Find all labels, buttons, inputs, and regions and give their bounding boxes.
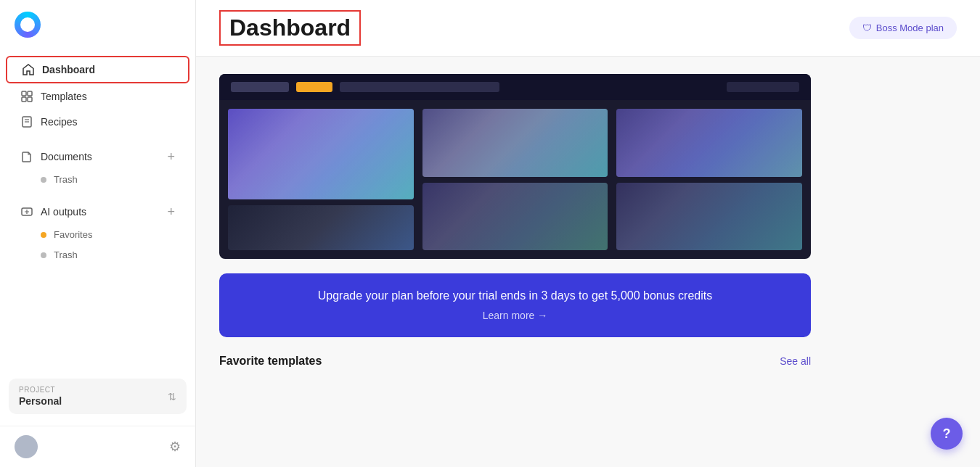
- sidebar-item-recipes-label: Recipes: [41, 116, 78, 128]
- sidebar: Dashboard Templates: [0, 0, 196, 467]
- sidebar-item-ai-outputs-label: AI outputs: [41, 206, 86, 218]
- preview-item-3: [340, 82, 499, 92]
- svg-rect-0: [22, 91, 26, 96]
- favorites-dot-icon: [41, 232, 46, 238]
- preview-card-3: [422, 109, 608, 177]
- book-icon: [20, 115, 33, 128]
- sidebar-item-recipes[interactable]: Recipes: [6, 109, 189, 134]
- help-label: ?: [943, 426, 951, 442]
- see-all-link[interactable]: See all: [780, 355, 811, 367]
- sidebar-item-documents-label: Documents: [41, 151, 92, 162]
- preview-item-2: [296, 82, 332, 92]
- project-chevron-icon: ⇅: [168, 391, 176, 402]
- home-icon: [22, 63, 35, 76]
- logo-area: [0, 0, 195, 49]
- favorites-title: Favorite templates: [219, 355, 322, 368]
- sidebar-item-ai-trash-label: Trash: [54, 249, 78, 260]
- app-logo: [15, 12, 41, 38]
- documents-add-button[interactable]: +: [167, 150, 175, 163]
- sidebar-item-templates-label: Templates: [41, 91, 87, 102]
- svg-rect-2: [22, 97, 26, 102]
- main-header: Dashboard 🛡 Boss Mode plan: [196, 0, 980, 57]
- grid-icon: [20, 90, 33, 103]
- main-content: Dashboard 🛡 Boss Mode plan: [196, 0, 980, 467]
- project-section-label: PROJECT: [19, 386, 62, 394]
- page-title: Dashboard: [219, 10, 361, 46]
- preview-card-6: [616, 183, 802, 251]
- trash-dot-icon: [41, 177, 46, 183]
- sidebar-item-ai-outputs[interactable]: AI outputs +: [6, 199, 189, 224]
- project-info: PROJECT Personal: [19, 386, 62, 407]
- preview-top-bar: [219, 74, 811, 100]
- sidebar-item-dashboard[interactable]: Dashboard: [6, 56, 189, 83]
- preview-col-3: [616, 109, 802, 250]
- avatar[interactable]: [15, 435, 38, 458]
- dashboard-preview: [219, 74, 811, 259]
- preview-card-5: [616, 109, 802, 177]
- preview-item-4: [727, 82, 799, 92]
- sidebar-item-ai-favorites[interactable]: Favorites: [6, 225, 189, 244]
- sidebar-navigation: Dashboard Templates: [0, 49, 195, 373]
- preview-card-4: [422, 183, 608, 251]
- preview-card-1: [228, 109, 414, 199]
- upgrade-banner-text: Upgrade your plan before your trial ends…: [242, 289, 788, 302]
- sidebar-item-dashboard-label: Dashboard: [42, 64, 95, 75]
- help-button[interactable]: ?: [931, 418, 963, 450]
- svg-rect-3: [28, 97, 32, 102]
- dashboard-content: Upgrade your plan before your trial ends…: [196, 57, 980, 467]
- preview-body: [219, 100, 811, 259]
- project-name: Personal: [19, 395, 62, 407]
- sidebar-item-documents[interactable]: Documents +: [6, 144, 189, 169]
- preview-item-1: [231, 82, 289, 92]
- svg-rect-1: [28, 91, 32, 96]
- document-icon: [20, 150, 33, 163]
- project-selector[interactable]: PROJECT Personal ⇅: [9, 379, 187, 414]
- sidebar-item-documents-trash-label: Trash: [54, 174, 78, 185]
- preview-col-1: [228, 109, 414, 250]
- sidebar-footer: ⚙: [0, 426, 195, 467]
- gear-icon[interactable]: ⚙: [169, 439, 181, 455]
- preview-card-2: [228, 205, 414, 250]
- boss-mode-label: Boss Mode plan: [876, 22, 944, 33]
- ai-trash-dot-icon: [41, 252, 46, 258]
- sidebar-item-templates[interactable]: Templates: [6, 84, 189, 109]
- sidebar-item-documents-trash[interactable]: Trash: [6, 170, 189, 189]
- shield-icon: 🛡: [862, 22, 872, 33]
- boss-mode-button[interactable]: 🛡 Boss Mode plan: [849, 17, 957, 39]
- favorites-section: Favorite templates See all: [219, 355, 811, 368]
- sidebar-item-ai-trash[interactable]: Trash: [6, 245, 189, 265]
- upgrade-banner: Upgrade your plan before your trial ends…: [219, 273, 811, 337]
- ai-outputs-icon: [20, 205, 33, 218]
- sidebar-item-ai-favorites-label: Favorites: [54, 229, 92, 240]
- upgrade-learn-more-link[interactable]: Learn more →: [242, 310, 788, 321]
- favorites-header: Favorite templates See all: [219, 355, 811, 368]
- preview-col-2: [422, 109, 608, 250]
- ai-outputs-add-button[interactable]: +: [167, 205, 175, 218]
